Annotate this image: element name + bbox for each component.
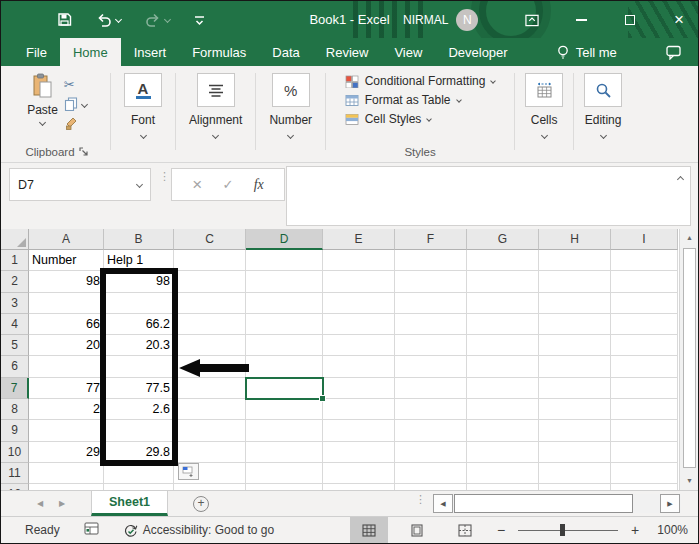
fill-handle[interactable] (319, 395, 326, 402)
cell-F11[interactable] (395, 463, 467, 484)
cell-I9[interactable] (611, 420, 678, 441)
cell-D4[interactable] (246, 314, 323, 335)
avatar[interactable]: N (456, 9, 478, 31)
cell-E8[interactable] (323, 399, 395, 420)
row-header-6[interactable]: 6 (1, 356, 29, 377)
minimize-button[interactable] (574, 13, 588, 27)
new-sheet-button[interactable]: + (193, 496, 209, 512)
cell-G7[interactable] (467, 378, 539, 399)
redo-button[interactable] (145, 13, 170, 27)
row-header-10[interactable]: 10 (1, 442, 29, 463)
cell-F8[interactable] (395, 399, 467, 420)
cancel-icon[interactable]: × (192, 175, 202, 195)
formula-bar-handle[interactable]: ⋮ (159, 172, 170, 180)
cell-C1[interactable] (174, 250, 246, 271)
row-header-1[interactable]: 1 (1, 250, 29, 271)
cell-E11[interactable] (323, 463, 395, 484)
tab-home[interactable]: Home (60, 38, 121, 66)
format-as-table-button[interactable]: Format as Table (345, 93, 461, 107)
col-header-D[interactable]: D (246, 229, 323, 250)
cell-E6[interactable] (323, 356, 395, 377)
cell-E2[interactable] (323, 271, 395, 292)
format-painter-icon[interactable] (64, 116, 87, 130)
cell-A6[interactable] (29, 356, 104, 377)
col-header-C[interactable]: C (174, 229, 246, 250)
cell-F10[interactable] (395, 442, 467, 463)
cell-G2[interactable] (467, 271, 539, 292)
col-header-H[interactable]: H (539, 229, 611, 250)
copy-icon[interactable] (64, 97, 87, 111)
number-group[interactable]: % Number (259, 71, 322, 160)
insert-function-icon[interactable]: fx (254, 177, 264, 193)
cell-I10[interactable] (611, 442, 678, 463)
cell-styles-dropdown-icon[interactable] (427, 116, 433, 122)
tab-file[interactable]: File (13, 38, 60, 66)
alignment-expand-icon[interactable] (212, 132, 219, 139)
cell-A11[interactable] (29, 463, 104, 484)
font-expand-icon[interactable] (139, 132, 146, 139)
sheet-tab-sheet1[interactable]: Sheet1 (91, 491, 168, 516)
cell-C2[interactable] (174, 271, 246, 292)
cell-A8[interactable]: 2 (29, 399, 104, 420)
enter-icon[interactable]: ✓ (222, 177, 233, 192)
cell-G1[interactable] (467, 250, 539, 271)
cell-B11[interactable] (104, 463, 174, 484)
cell-E9[interactable] (323, 420, 395, 441)
cell-F4[interactable] (395, 314, 467, 335)
horizontal-scroll-thumb[interactable] (454, 494, 633, 513)
cell-D5[interactable] (246, 335, 323, 356)
cell-G9[interactable] (467, 420, 539, 441)
cell-I1[interactable] (611, 250, 678, 271)
cell-F6[interactable] (395, 356, 467, 377)
cell-G4[interactable] (467, 314, 539, 335)
cell-A10[interactable]: 29 (29, 442, 104, 463)
cell-F9[interactable] (395, 420, 467, 441)
cell-I11[interactable] (611, 463, 678, 484)
cell-H10[interactable] (539, 442, 611, 463)
cell-C4[interactable] (174, 314, 246, 335)
select-all-corner[interactable] (1, 229, 29, 250)
cell-A5[interactable]: 20 (29, 335, 104, 356)
col-header-G[interactable]: G (467, 229, 539, 250)
cell-D3[interactable] (246, 293, 323, 314)
formula-bar-collapse-icon[interactable] (677, 176, 684, 183)
vertical-scrollbar[interactable]: ▲ ▼ (679, 229, 699, 490)
col-header-A[interactable]: A (29, 229, 104, 250)
cell-D11[interactable] (246, 463, 323, 484)
formula-input[interactable] (286, 166, 691, 226)
tab-formulas[interactable]: Formulas (179, 38, 259, 66)
paste-dropdown-icon[interactable] (39, 119, 46, 126)
vertical-scroll-thumb[interactable] (683, 248, 696, 468)
tab-insert[interactable]: Insert (121, 38, 180, 66)
cell-F1[interactable] (395, 250, 467, 271)
cell-H5[interactable] (539, 335, 611, 356)
col-header-E[interactable]: E (323, 229, 395, 250)
cell-A3[interactable] (29, 293, 104, 314)
cell-G6[interactable] (467, 356, 539, 377)
cell-H1[interactable] (539, 250, 611, 271)
undo-button[interactable] (96, 13, 121, 27)
cell-C10[interactable] (174, 442, 246, 463)
cell-C8[interactable] (174, 399, 246, 420)
cell-A7[interactable]: 77 (29, 378, 104, 399)
cut-icon[interactable]: ✂ (64, 77, 87, 92)
sheet-nav-right-icon[interactable]: ▶ (59, 491, 65, 516)
maximize-button[interactable] (623, 13, 637, 27)
cell-F5[interactable] (395, 335, 467, 356)
cell-H7[interactable] (539, 378, 611, 399)
paste-button[interactable]: Paste (27, 73, 58, 130)
row-header-11[interactable]: 11 (1, 463, 29, 484)
close-button[interactable]: × (672, 13, 686, 27)
cell-G8[interactable] (467, 399, 539, 420)
editing-group[interactable]: Editing (577, 71, 629, 160)
cell-H2[interactable] (539, 271, 611, 292)
cell-E10[interactable] (323, 442, 395, 463)
cells-group[interactable]: Cells (518, 71, 570, 160)
normal-view-button[interactable] (350, 517, 388, 543)
cell-D1[interactable] (246, 250, 323, 271)
zoom-out-button[interactable]: − (494, 522, 508, 538)
sheet-nav-left-icon[interactable]: ◀ (37, 491, 43, 516)
col-header-F[interactable]: F (395, 229, 467, 250)
accessibility-status[interactable]: Accessibility: Good to go (123, 523, 274, 538)
comment-icon[interactable] (666, 38, 698, 66)
